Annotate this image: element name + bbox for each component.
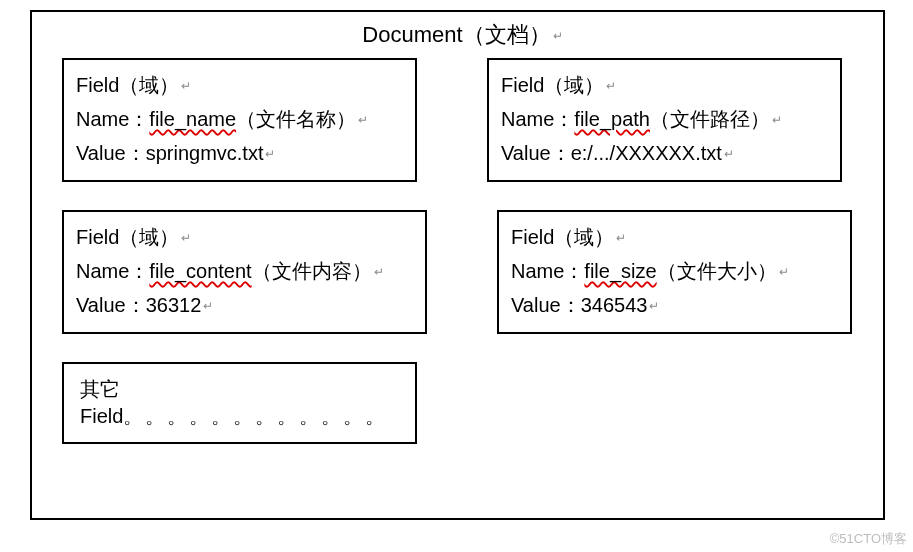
field-name-line: Name：file_size（文件大小）↵	[511, 254, 840, 288]
field-header-text: Field（域）	[511, 226, 614, 248]
field-header-text: Field（域）	[76, 74, 179, 96]
value-label: Value：	[76, 294, 146, 316]
name-label: Name：	[76, 108, 149, 130]
field-name-line: Name：file_name（文件名称）↵	[76, 102, 405, 136]
field-name-line: Name：file_path（文件路径）↵	[501, 102, 830, 136]
field-value-line: Value：36312↵	[76, 288, 415, 322]
field-name-token: file_name	[149, 108, 236, 130]
field-header-text: Field（域）	[76, 226, 179, 248]
field-header-text: Field（域）	[501, 74, 604, 96]
other-fields-text: 其它 Field	[80, 378, 123, 427]
name-label: Name：	[76, 260, 149, 282]
name-label: Name：	[501, 108, 574, 130]
document-title-text: Document（文档）	[362, 22, 550, 47]
field-value: springmvc.txt	[146, 142, 264, 164]
document-frame: Document（文档）↵ Field（域）↵ Name：file_name（文…	[30, 10, 885, 520]
field-header: Field（域）↵	[76, 68, 405, 102]
field-value-line: Value：springmvc.txt↵	[76, 136, 405, 170]
return-mark-icon: ↵	[772, 113, 782, 127]
return-mark-icon: ↵	[358, 113, 368, 127]
field-box-file-size: Field（域）↵ Name：file_size（文件大小）↵ Value：34…	[497, 210, 852, 334]
field-name-desc: （文件大小）	[657, 260, 777, 282]
field-name-desc: （文件路径）	[650, 108, 770, 130]
fields-row-3: 其它 Field。。。。。。。。。。。。	[62, 362, 863, 444]
name-label: Name：	[511, 260, 584, 282]
field-header: Field（域）↵	[76, 220, 415, 254]
field-value: 36312	[146, 294, 202, 316]
field-name-token: file_path	[574, 108, 650, 130]
value-label: Value：	[511, 294, 581, 316]
field-value-line: Value：e:/.../XXXXXX.txt↵	[501, 136, 830, 170]
return-mark-icon: ↵	[181, 231, 191, 245]
field-name-token: file_size	[584, 260, 656, 282]
field-header: Field（域）↵	[501, 68, 830, 102]
field-box-file-name: Field（域）↵ Name：file_name（文件名称）↵ Value：sp…	[62, 58, 417, 182]
field-box-file-path: Field（域）↵ Name：file_path（文件路径）↵ Value：e:…	[487, 58, 842, 182]
return-mark-icon: ↵	[553, 29, 563, 43]
field-name-desc: （文件名称）	[236, 108, 356, 130]
return-mark-icon: ↵	[265, 147, 275, 161]
return-mark-icon: ↵	[203, 299, 213, 313]
fields-row-2: Field（域）↵ Name：file_content（文件内容）↵ Value…	[62, 210, 863, 334]
fields-row-1: Field（域）↵ Name：file_name（文件名称）↵ Value：sp…	[62, 58, 863, 182]
return-mark-icon: ↵	[374, 265, 384, 279]
field-value-line: Value：346543↵	[511, 288, 840, 322]
value-label: Value：	[501, 142, 571, 164]
return-mark-icon: ↵	[649, 299, 659, 313]
field-value: e:/.../XXXXXX.txt	[571, 142, 722, 164]
field-box-other: 其它 Field。。。。。。。。。。。。	[62, 362, 417, 444]
return-mark-icon: ↵	[724, 147, 734, 161]
return-mark-icon: ↵	[606, 79, 616, 93]
field-box-file-content: Field（域）↵ Name：file_content（文件内容）↵ Value…	[62, 210, 427, 334]
return-mark-icon: ↵	[779, 265, 789, 279]
ellipsis-dots: 。。。。。。。。。。。。	[123, 405, 387, 427]
field-name-line: Name：file_content（文件内容）↵	[76, 254, 415, 288]
field-name-token: file_content	[149, 260, 251, 282]
field-header: Field（域）↵	[511, 220, 840, 254]
return-mark-icon: ↵	[181, 79, 191, 93]
field-value: 346543	[581, 294, 648, 316]
value-label: Value：	[76, 142, 146, 164]
watermark-text: ©51CTO博客	[830, 530, 907, 548]
return-mark-icon: ↵	[616, 231, 626, 245]
field-name-desc: （文件内容）	[252, 260, 372, 282]
document-title: Document（文档）↵	[62, 20, 863, 50]
fields-grid: Field（域）↵ Name：file_name（文件名称）↵ Value：sp…	[62, 58, 863, 444]
